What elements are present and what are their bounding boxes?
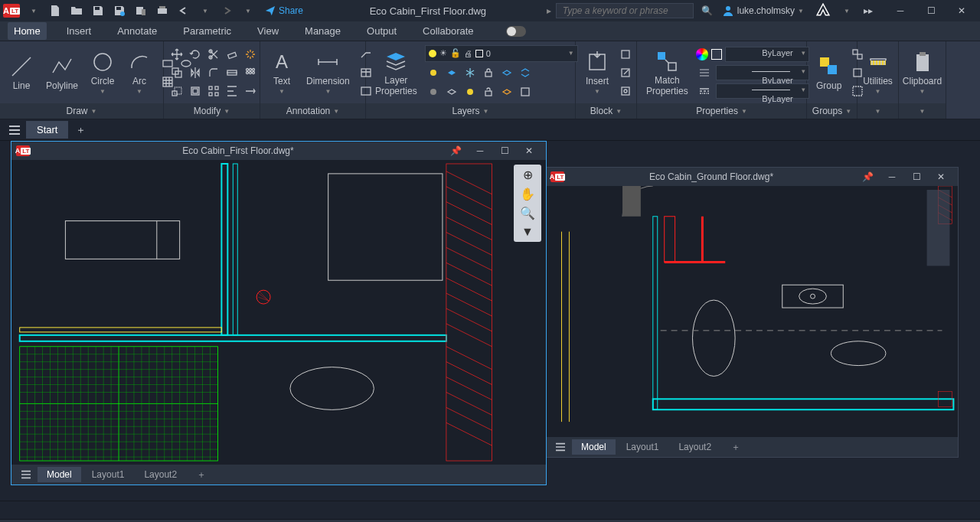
trim-icon[interactable]: [205, 46, 222, 63]
search-icon[interactable]: 🔍: [698, 5, 716, 16]
clipboard-button[interactable]: Clipboard▼: [898, 48, 946, 96]
web-mobile-icon[interactable]: [130, 2, 152, 20]
layer-off-icon[interactable]: [425, 64, 442, 81]
layer-make-current-icon[interactable]: [498, 64, 515, 81]
user-menu[interactable]: luke.cholmsky▼: [716, 5, 810, 17]
window2-menu-icon[interactable]: [550, 439, 570, 455]
align-icon[interactable]: [224, 83, 240, 100]
panel-title-modify[interactable]: Modify ▼: [164, 103, 260, 119]
open-icon[interactable]: [66, 2, 87, 20]
saveas-icon[interactable]: [109, 2, 130, 20]
minimize-icon[interactable]: ─: [880, 171, 904, 182]
tab-start[interactable]: Start: [26, 121, 68, 139]
undo-icon[interactable]: [173, 2, 194, 20]
orbit-dropdown-icon[interactable]: ▼: [521, 225, 534, 239]
panel-title-layers[interactable]: Layers ▼: [366, 103, 575, 119]
window2-titlebar[interactable]: ALT Eco Cabin_Ground Floor.dwg* 📌 ─ ☐ ✕: [546, 168, 958, 186]
scale-icon[interactable]: [168, 83, 185, 100]
group-button[interactable]: Group: [812, 53, 846, 93]
lengthen-icon[interactable]: [242, 83, 259, 100]
tab-collaborate[interactable]: Collaborate: [416, 22, 480, 40]
polyline-button[interactable]: Polyline: [41, 53, 83, 93]
panel-title-annotation[interactable]: Annotation ▼: [260, 103, 365, 119]
rotate-icon[interactable]: [187, 46, 204, 63]
layer-properties-button[interactable]: Layer Properties: [371, 47, 422, 98]
search-caret-icon[interactable]: ▸: [547, 5, 551, 16]
close-icon[interactable]: ✕: [929, 171, 953, 182]
new-tab-button[interactable]: ＋: [70, 120, 92, 140]
layer-prev-icon[interactable]: [498, 83, 515, 100]
canvas-2[interactable]: [546, 186, 958, 437]
layer-lock-icon[interactable]: [480, 64, 497, 81]
layer-state-icon[interactable]: [517, 83, 534, 100]
panel-title-properties[interactable]: Properties ▼: [637, 103, 806, 119]
maximize-icon[interactable]: ☐: [492, 145, 517, 156]
tab-parametric[interactable]: Parametric: [177, 22, 237, 40]
panel-title-block[interactable]: Block ▼: [576, 103, 636, 119]
minimize-button[interactable]: ─: [885, 2, 916, 20]
dimension-button[interactable]: Dimension▼: [302, 48, 354, 96]
tab-output[interactable]: Output: [361, 22, 403, 40]
text-button[interactable]: AText▼: [265, 48, 299, 96]
insert-button[interactable]: Insert▼: [580, 48, 614, 96]
save-icon[interactable]: [87, 2, 109, 20]
fillet-icon[interactable]: [205, 64, 222, 81]
canvas-1[interactable]: ⊕ ✋ 🔍 ▼: [11, 160, 546, 465]
window1-titlebar[interactable]: ALT Eco Cabin_First Floor.dwg* 📌 ─ ☐ ✕: [11, 142, 546, 160]
window2-tab-layout2[interactable]: Layout2: [669, 439, 720, 455]
panel-title-utilities[interactable]: ▼: [858, 103, 898, 119]
tab-home[interactable]: Home: [8, 22, 47, 40]
zoom-extents-icon[interactable]: ⊕: [523, 168, 533, 182]
circle-button[interactable]: Circle▼: [86, 48, 119, 96]
zoom-icon[interactable]: 🔍: [520, 206, 535, 220]
tab-manage[interactable]: Manage: [299, 22, 347, 40]
menu-icon[interactable]: [5, 122, 24, 139]
copy-icon[interactable]: [168, 64, 185, 81]
maximize-icon[interactable]: ☐: [904, 171, 929, 182]
panel-title-groups[interactable]: Groups ▼: [807, 103, 857, 119]
pin-icon[interactable]: 📌: [855, 171, 880, 182]
arrayrect-icon[interactable]: [205, 83, 222, 100]
layer-match-icon[interactable]: [517, 64, 534, 81]
window1-tab-add[interactable]: ＋: [188, 466, 215, 484]
window2-tab-model[interactable]: Model: [572, 439, 616, 455]
close-button[interactable]: ✕: [946, 2, 977, 20]
window1-tab-layout2[interactable]: Layout2: [135, 467, 186, 482]
line-button[interactable]: Line: [5, 53, 38, 93]
tab-view[interactable]: View: [251, 22, 285, 40]
explode-icon[interactable]: [242, 46, 259, 63]
window1-menu-icon[interactable]: [16, 466, 36, 483]
tab-insert[interactable]: Insert: [60, 22, 98, 40]
array-icon[interactable]: [242, 64, 259, 81]
layer-on-icon[interactable]: [425, 83, 442, 100]
edit-attr-icon[interactable]: [617, 83, 634, 100]
panel-title-draw[interactable]: Draw ▼: [0, 103, 163, 119]
close-icon[interactable]: ✕: [517, 145, 541, 156]
share-button[interactable]: Share: [259, 5, 309, 16]
edit-block-icon[interactable]: [617, 64, 634, 81]
window1-tab-model[interactable]: Model: [38, 467, 81, 482]
command-input[interactable]: [6, 505, 974, 516]
redo-icon[interactable]: [216, 2, 237, 20]
tab-featured-apps[interactable]: [494, 23, 532, 40]
offset-icon[interactable]: [187, 83, 204, 100]
layer-uniso-icon[interactable]: [443, 83, 460, 100]
erase-icon[interactable]: [224, 46, 240, 63]
overflow-icon[interactable]: ▸▸: [858, 2, 879, 20]
mirror-icon[interactable]: [187, 64, 204, 81]
layer-unlock-icon[interactable]: [480, 83, 497, 100]
autodesk-icon[interactable]: [810, 3, 836, 19]
pin-icon[interactable]: 📌: [443, 145, 468, 156]
layer-iso-icon[interactable]: [443, 64, 460, 81]
move-icon[interactable]: [168, 46, 185, 63]
color-selector[interactable]: ByLayer: [725, 47, 809, 62]
qat-dropdown[interactable]: ▼: [23, 2, 44, 20]
minimize-icon[interactable]: ─: [468, 145, 492, 156]
tab-annotate[interactable]: Annotate: [111, 22, 163, 40]
redo-dropdown[interactable]: ▼: [237, 2, 259, 20]
window1-tab-layout1[interactable]: Layout1: [83, 467, 134, 482]
layer-selector[interactable]: ☀🔓🖨 0 ▼: [425, 45, 578, 62]
autodesk-dropdown[interactable]: ▼: [836, 2, 858, 20]
window2-tab-layout1[interactable]: Layout1: [617, 439, 668, 455]
lineweight-selector[interactable]: ByLayer: [716, 65, 809, 80]
